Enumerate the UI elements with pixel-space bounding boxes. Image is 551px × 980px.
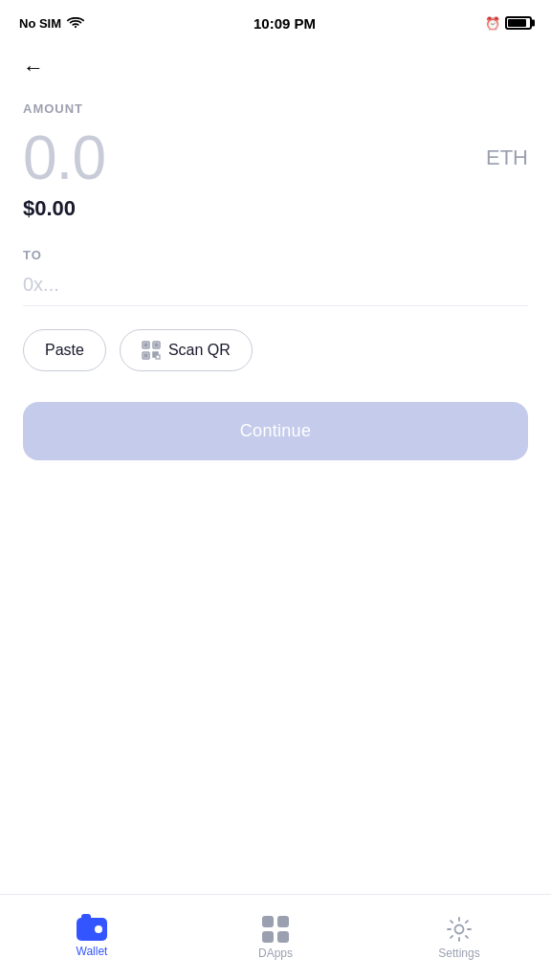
amount-label: AMOUNT [23,101,528,116]
paste-button[interactable]: Paste [23,329,106,371]
bottom-nav: Wallet DApps Settings [0,894,551,980]
carrier-text: No SIM [19,16,61,31]
nav-label-dapps: DApps [258,947,293,960]
amount-row: 0.0 ETH [23,127,528,189]
amount-value: 0.0 [23,127,105,189]
svg-rect-9 [156,355,160,359]
back-arrow-icon: ← [23,57,44,78]
scan-qr-button[interactable]: Scan QR [120,329,253,371]
wifi-icon [67,17,84,30]
svg-rect-6 [153,352,155,354]
address-input-wrapper[interactable]: 0x... [23,274,528,306]
dapps-cell-4 [277,931,289,943]
svg-rect-3 [155,344,158,346]
status-left: No SIM [19,16,84,31]
to-label: TO [23,248,528,262]
nav-label-settings: Settings [438,947,479,960]
status-time: 10:09 PM [253,15,316,32]
dapps-icon [262,916,289,943]
alarm-icon: ⏰ [485,16,500,31]
svg-rect-5 [144,354,147,357]
svg-rect-7 [156,352,158,354]
continue-label: Continue [240,421,311,440]
action-buttons: Paste Scan QR [23,329,528,371]
settings-icon [446,916,473,943]
status-right: ⏰ [485,16,532,31]
paste-label: Paste [45,342,84,359]
nav-item-wallet[interactable]: Wallet [0,908,184,968]
svg-rect-8 [153,355,155,357]
main-content: ← AMOUNT 0.0 ETH $0.00 TO 0x... Paste [0,42,551,894]
dapps-cell-2 [277,916,289,927]
status-bar: No SIM 10:09 PM ⏰ [0,0,551,42]
qr-icon [142,341,161,360]
dapps-cell-1 [262,916,274,927]
svg-rect-1 [144,344,147,346]
continue-button[interactable]: Continue [23,402,528,460]
to-section: TO 0x... [23,248,528,306]
nav-item-settings[interactable]: Settings [367,906,551,969]
nav-label-wallet: Wallet [77,945,108,958]
amount-section: AMOUNT 0.0 ETH $0.00 [23,101,528,221]
nav-item-dapps[interactable]: DApps [184,906,367,969]
wallet-nav-icon [77,918,107,941]
currency-label: ETH [486,145,528,170]
fiat-value: $0.00 [23,196,528,221]
back-button[interactable]: ← [23,57,44,78]
scan-qr-label: Scan QR [168,342,231,359]
address-placeholder: 0x... [23,274,59,295]
dapps-cell-3 [262,931,274,943]
battery-icon [505,16,532,30]
